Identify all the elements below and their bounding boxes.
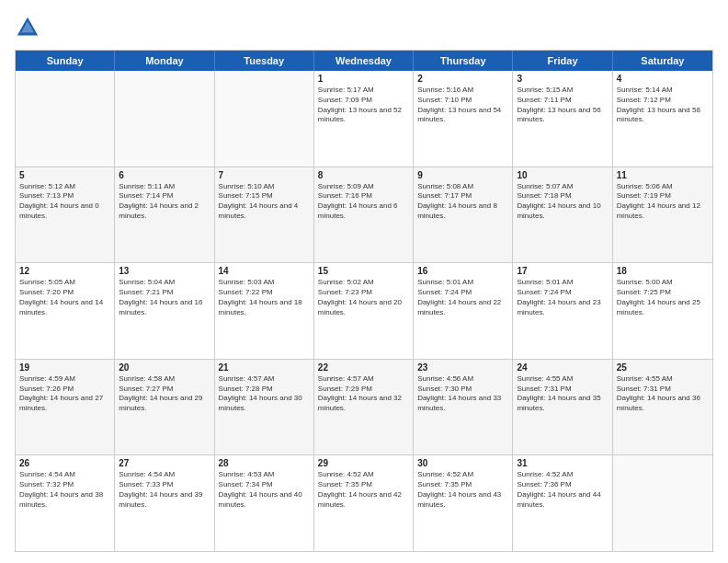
- cell-info: Sunrise: 4:55 AMSunset: 7:31 PMDaylight:…: [517, 374, 608, 414]
- cell-info: Sunrise: 5:06 AMSunset: 7:19 PMDaylight:…: [617, 182, 709, 222]
- cell-info: Sunrise: 5:05 AMSunset: 7:20 PMDaylight:…: [19, 278, 110, 317]
- calendar-header-cell-thursday: Thursday: [414, 51, 513, 71]
- calendar-cell: 17Sunrise: 5:01 AMSunset: 7:24 PMDayligh…: [513, 263, 612, 359]
- cell-info: Sunrise: 5:16 AMSunset: 7:10 PMDaylight:…: [417, 86, 508, 125]
- calendar-week-4: 26Sunrise: 4:54 AMSunset: 7:32 PMDayligh…: [16, 455, 712, 551]
- calendar-cell: 2Sunrise: 5:16 AMSunset: 7:10 PMDaylight…: [414, 71, 513, 167]
- calendar-cell: [16, 71, 115, 167]
- calendar-header-cell-saturday: Saturday: [613, 51, 712, 71]
- cell-info: Sunrise: 4:55 AMSunset: 7:31 PMDaylight:…: [617, 374, 709, 414]
- day-number: 9: [417, 170, 508, 180]
- calendar-cell: 24Sunrise: 4:55 AMSunset: 7:31 PMDayligh…: [513, 360, 612, 455]
- calendar-header-cell-friday: Friday: [513, 51, 612, 71]
- calendar-header: SundayMondayTuesdayWednesdayThursdayFrid…: [16, 51, 712, 71]
- day-number: 6: [119, 170, 210, 180]
- cell-info: Sunrise: 5:12 AMSunset: 7:13 PMDaylight:…: [19, 182, 110, 222]
- day-number: 12: [19, 266, 110, 276]
- calendar-cell: 18Sunrise: 5:00 AMSunset: 7:25 PMDayligh…: [613, 263, 712, 359]
- day-number: 13: [119, 266, 210, 276]
- calendar-header-cell-wednesday: Wednesday: [314, 51, 414, 71]
- day-number: 2: [417, 74, 508, 84]
- day-number: 5: [19, 170, 110, 180]
- day-number: 22: [318, 362, 409, 373]
- calendar-cell: 1Sunrise: 5:17 AMSunset: 7:09 PMDaylight…: [314, 71, 414, 167]
- cell-info: Sunrise: 4:57 AMSunset: 7:28 PMDaylight:…: [219, 374, 310, 414]
- day-number: 26: [19, 458, 110, 468]
- calendar-cell: [613, 455, 712, 551]
- calendar-cell: 5Sunrise: 5:12 AMSunset: 7:13 PMDaylight…: [16, 167, 115, 263]
- logo-icon: [15, 15, 40, 40]
- calendar-cell: 29Sunrise: 4:52 AMSunset: 7:35 PMDayligh…: [314, 455, 414, 551]
- logo: [15, 15, 44, 40]
- calendar-cell: [115, 71, 214, 167]
- day-number: 28: [219, 458, 310, 468]
- day-number: 8: [318, 170, 409, 180]
- cell-info: Sunrise: 4:58 AMSunset: 7:27 PMDaylight:…: [119, 374, 210, 414]
- calendar-cell: 30Sunrise: 4:52 AMSunset: 7:35 PMDayligh…: [414, 455, 513, 551]
- cell-info: Sunrise: 5:01 AMSunset: 7:24 PMDaylight:…: [517, 278, 608, 317]
- cell-info: Sunrise: 4:52 AMSunset: 7:35 PMDaylight:…: [417, 470, 508, 510]
- calendar-cell: 26Sunrise: 4:54 AMSunset: 7:32 PMDayligh…: [16, 455, 115, 551]
- calendar-cell: 19Sunrise: 4:59 AMSunset: 7:26 PMDayligh…: [16, 360, 115, 455]
- cell-info: Sunrise: 5:11 AMSunset: 7:14 PMDaylight:…: [119, 182, 210, 222]
- cell-info: Sunrise: 4:54 AMSunset: 7:33 PMDaylight:…: [119, 470, 210, 510]
- cell-info: Sunrise: 5:07 AMSunset: 7:18 PMDaylight:…: [517, 182, 608, 222]
- cell-info: Sunrise: 4:54 AMSunset: 7:32 PMDaylight:…: [19, 470, 110, 510]
- day-number: 29: [318, 458, 409, 468]
- calendar-cell: 3Sunrise: 5:15 AMSunset: 7:11 PMDaylight…: [513, 71, 612, 167]
- cell-info: Sunrise: 4:52 AMSunset: 7:35 PMDaylight:…: [318, 470, 409, 510]
- calendar-cell: 23Sunrise: 4:56 AMSunset: 7:30 PMDayligh…: [414, 360, 513, 455]
- cell-info: Sunrise: 5:01 AMSunset: 7:24 PMDaylight:…: [417, 278, 508, 317]
- calendar-cell: 10Sunrise: 5:07 AMSunset: 7:18 PMDayligh…: [513, 167, 612, 263]
- calendar-cell: 4Sunrise: 5:14 AMSunset: 7:12 PMDaylight…: [613, 71, 712, 167]
- calendar-header-cell-monday: Monday: [115, 51, 214, 71]
- cell-info: Sunrise: 4:57 AMSunset: 7:29 PMDaylight:…: [318, 374, 409, 414]
- day-number: 10: [517, 170, 608, 180]
- calendar-cell: 25Sunrise: 4:55 AMSunset: 7:31 PMDayligh…: [613, 360, 712, 455]
- calendar-cell: 28Sunrise: 4:53 AMSunset: 7:34 PMDayligh…: [215, 455, 314, 551]
- day-number: 20: [119, 362, 210, 373]
- calendar-week-0: 1Sunrise: 5:17 AMSunset: 7:09 PMDaylight…: [16, 71, 712, 167]
- calendar-cell: 20Sunrise: 4:58 AMSunset: 7:27 PMDayligh…: [115, 360, 214, 455]
- calendar-cell: 16Sunrise: 5:01 AMSunset: 7:24 PMDayligh…: [414, 263, 513, 359]
- cell-info: Sunrise: 5:10 AMSunset: 7:15 PMDaylight:…: [219, 182, 310, 222]
- calendar-cell: 11Sunrise: 5:06 AMSunset: 7:19 PMDayligh…: [613, 167, 712, 263]
- day-number: 16: [417, 266, 508, 276]
- cell-info: Sunrise: 5:09 AMSunset: 7:16 PMDaylight:…: [318, 182, 409, 222]
- day-number: 27: [119, 458, 210, 468]
- day-number: 25: [617, 362, 709, 373]
- calendar-cell: 12Sunrise: 5:05 AMSunset: 7:20 PMDayligh…: [16, 263, 115, 359]
- cell-info: Sunrise: 4:52 AMSunset: 7:36 PMDaylight:…: [517, 470, 608, 510]
- cell-info: Sunrise: 4:56 AMSunset: 7:30 PMDaylight:…: [417, 374, 508, 414]
- day-number: 14: [219, 266, 310, 276]
- calendar-cell: 27Sunrise: 4:54 AMSunset: 7:33 PMDayligh…: [115, 455, 214, 551]
- cell-info: Sunrise: 5:08 AMSunset: 7:17 PMDaylight:…: [417, 182, 508, 222]
- calendar-cell: 9Sunrise: 5:08 AMSunset: 7:17 PMDaylight…: [414, 167, 513, 263]
- day-number: 3: [517, 74, 608, 84]
- calendar-week-1: 5Sunrise: 5:12 AMSunset: 7:13 PMDaylight…: [16, 167, 712, 264]
- calendar: SundayMondayTuesdayWednesdayThursdayFrid…: [15, 50, 713, 552]
- cell-info: Sunrise: 5:15 AMSunset: 7:11 PMDaylight:…: [517, 86, 608, 125]
- calendar-header-cell-sunday: Sunday: [16, 51, 115, 71]
- calendar-week-2: 12Sunrise: 5:05 AMSunset: 7:20 PMDayligh…: [16, 263, 712, 360]
- day-number: 4: [617, 74, 709, 84]
- cell-info: Sunrise: 5:14 AMSunset: 7:12 PMDaylight:…: [617, 86, 709, 125]
- cell-info: Sunrise: 5:04 AMSunset: 7:21 PMDaylight:…: [119, 278, 210, 317]
- day-number: 21: [219, 362, 310, 373]
- cell-info: Sunrise: 5:00 AMSunset: 7:25 PMDaylight:…: [617, 278, 709, 317]
- calendar-cell: 31Sunrise: 4:52 AMSunset: 7:36 PMDayligh…: [513, 455, 612, 551]
- calendar-cell: 21Sunrise: 4:57 AMSunset: 7:28 PMDayligh…: [215, 360, 314, 455]
- calendar-cell: 8Sunrise: 5:09 AMSunset: 7:16 PMDaylight…: [314, 167, 414, 263]
- cell-info: Sunrise: 5:02 AMSunset: 7:23 PMDaylight:…: [318, 278, 409, 317]
- day-number: 7: [219, 170, 310, 180]
- day-number: 24: [517, 362, 608, 373]
- day-number: 15: [318, 266, 409, 276]
- calendar-cell: [215, 71, 314, 167]
- calendar-cell: 6Sunrise: 5:11 AMSunset: 7:14 PMDaylight…: [115, 167, 214, 263]
- cell-info: Sunrise: 5:03 AMSunset: 7:22 PMDaylight:…: [219, 278, 310, 317]
- calendar-week-3: 19Sunrise: 4:59 AMSunset: 7:26 PMDayligh…: [16, 360, 712, 456]
- day-number: 31: [517, 458, 608, 468]
- cell-info: Sunrise: 4:59 AMSunset: 7:26 PMDaylight:…: [19, 374, 110, 414]
- calendar-cell: 13Sunrise: 5:04 AMSunset: 7:21 PMDayligh…: [115, 263, 214, 359]
- calendar-body: 1Sunrise: 5:17 AMSunset: 7:09 PMDaylight…: [16, 71, 712, 551]
